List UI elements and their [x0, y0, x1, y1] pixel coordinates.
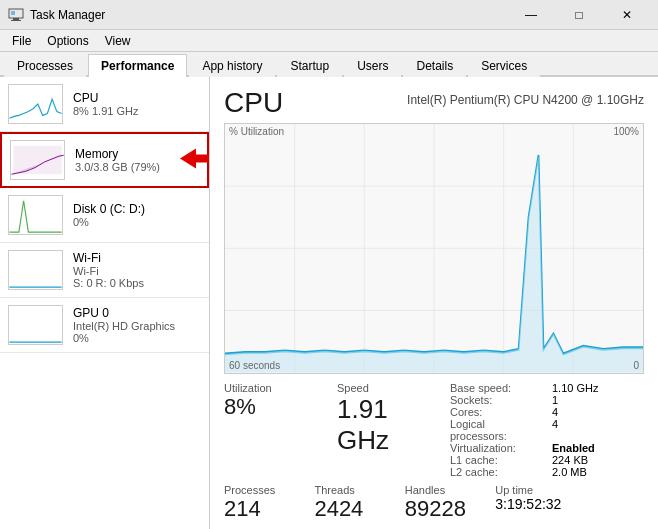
stat-processes: Processes 214 — [224, 484, 298, 522]
gpu-subtitle3: 0% — [73, 332, 201, 344]
cpu-mini-chart — [9, 85, 62, 123]
stats-row-2: Processes 214 Threads 2424 Handles 89228… — [224, 484, 644, 522]
title-bar-controls: — □ ✕ — [508, 0, 650, 30]
threads-label: Threads — [314, 484, 388, 496]
chart-x-label: 60 seconds — [229, 360, 280, 371]
detail-l1-val: 224 KB — [552, 454, 644, 466]
tab-processes[interactable]: Processes — [4, 54, 86, 77]
detail-l1-key: L1 cache: — [450, 454, 542, 466]
svg-marker-8 — [180, 149, 196, 169]
menu-bar: File Options View — [0, 30, 658, 52]
stat-handles: Handles 89228 — [405, 484, 479, 522]
detail-l2-val: 2.0 MB — [552, 466, 644, 478]
right-panel: CPU Intel(R) Pentium(R) CPU N4200 @ 1.10… — [210, 77, 658, 529]
detail-sockets-key: Sockets: — [450, 394, 542, 406]
detail-cores-key: Cores: — [450, 406, 542, 418]
svg-rect-3 — [11, 11, 15, 15]
wifi-subtitle2: S: 0 R: 0 Kbps — [73, 277, 201, 289]
minimize-button[interactable]: — — [508, 0, 554, 30]
detail-virt-val: Enabled — [552, 442, 644, 454]
tab-bar: Processes Performance App history Startu… — [0, 52, 658, 77]
disk-subtitle: 0% — [73, 216, 201, 228]
stat-speed: Speed 1.91 GHz — [337, 382, 434, 478]
detail-l2-key: L2 cache: — [450, 466, 542, 478]
disk-info: Disk 0 (C: D:) 0% — [73, 202, 201, 228]
detail-logical-key: Logical processors: — [450, 418, 542, 442]
menu-options[interactable]: Options — [39, 32, 96, 50]
disk-title: Disk 0 (C: D:) — [73, 202, 201, 216]
disk-thumbnail — [8, 195, 63, 235]
uptime-area: Up time 3:19:52:32 — [495, 484, 644, 522]
svg-rect-6 — [13, 146, 61, 175]
utilization-label: Utilization — [224, 382, 321, 394]
sidebar: CPU 8% 1.91 GHz Memory 3.0/3.8 GB (79%) — [0, 77, 210, 529]
gpu-subtitle: Intel(R) HD Graphics — [73, 320, 201, 332]
title-bar: Task Manager — □ ✕ — [0, 0, 658, 30]
sidebar-item-gpu[interactable]: GPU 0 Intel(R) HD Graphics 0% — [0, 298, 209, 353]
svg-rect-2 — [11, 20, 21, 21]
wifi-subtitle: Wi-Fi — [73, 265, 201, 277]
cpu-chart-container: % Utilization 100% 60 seconds 0 — [224, 123, 644, 374]
gpu-title: GPU 0 — [73, 306, 201, 320]
svg-rect-11 — [9, 306, 61, 344]
svg-rect-9 — [9, 196, 61, 234]
memory-thumbnail — [10, 140, 65, 180]
tab-startup[interactable]: Startup — [277, 54, 342, 77]
panel-header: CPU Intel(R) Pentium(R) CPU N4200 @ 1.10… — [224, 87, 644, 119]
uptime-value: 3:19:52:32 — [495, 496, 644, 512]
speed-value: 1.91 GHz — [337, 394, 434, 456]
gpu-thumbnail — [8, 305, 63, 345]
handles-label: Handles — [405, 484, 479, 496]
stats-row-1: Utilization 8% Speed 1.91 GHz Base speed… — [224, 382, 644, 478]
detail-basespeed-val: 1.10 GHz — [552, 382, 644, 394]
title-bar-left: Task Manager — [8, 7, 105, 23]
detail-logical-val: 4 — [552, 418, 644, 442]
menu-view[interactable]: View — [97, 32, 139, 50]
utilization-value: 8% — [224, 394, 321, 420]
arrow-annotation — [180, 145, 210, 176]
stat-utilization: Utilization 8% — [224, 382, 321, 478]
details-right-panel: Base speed: 1.10 GHz Sockets: 1 Cores: 4… — [450, 382, 644, 478]
gpu-info: GPU 0 Intel(R) HD Graphics 0% — [73, 306, 201, 344]
cpu-thumbnail — [8, 84, 63, 124]
arrow-icon — [180, 145, 210, 173]
wifi-mini-chart — [9, 251, 62, 289]
svg-rect-10 — [9, 251, 61, 289]
maximize-button[interactable]: □ — [556, 0, 602, 30]
disk-mini-chart — [9, 196, 62, 234]
tab-services[interactable]: Services — [468, 54, 540, 77]
tab-details[interactable]: Details — [403, 54, 466, 77]
wifi-thumbnail — [8, 250, 63, 290]
tab-performance[interactable]: Performance — [88, 54, 187, 77]
detail-virt-key: Virtualization: — [450, 442, 542, 454]
sidebar-item-disk[interactable]: Disk 0 (C: D:) 0% — [0, 188, 209, 243]
main-content: CPU 8% 1.91 GHz Memory 3.0/3.8 GB (79%) — [0, 77, 658, 529]
sidebar-item-cpu[interactable]: CPU 8% 1.91 GHz — [0, 77, 209, 132]
cpu-chart-svg — [225, 124, 643, 373]
detail-sockets-val: 1 — [552, 394, 644, 406]
processes-value: 214 — [224, 496, 298, 522]
sidebar-item-wifi[interactable]: Wi-Fi Wi-Fi S: 0 R: 0 Kbps — [0, 243, 209, 298]
menu-file[interactable]: File — [4, 32, 39, 50]
tab-users[interactable]: Users — [344, 54, 401, 77]
chart-x-right: 0 — [633, 360, 639, 371]
memory-mini-chart — [11, 141, 64, 179]
app-title: Task Manager — [30, 8, 105, 22]
app-icon — [8, 7, 24, 23]
close-button[interactable]: ✕ — [604, 0, 650, 30]
chart-y-label: % Utilization — [229, 126, 284, 137]
details-grid: Base speed: 1.10 GHz Sockets: 1 Cores: 4… — [450, 382, 644, 478]
stat-threads: Threads 2424 — [314, 484, 388, 522]
wifi-title: Wi-Fi — [73, 251, 201, 265]
detail-cores-val: 4 — [552, 406, 644, 418]
tab-app-history[interactable]: App history — [189, 54, 275, 77]
speed-label: Speed — [337, 382, 434, 394]
svg-rect-1 — [13, 18, 19, 20]
threads-value: 2424 — [314, 496, 388, 522]
handles-value: 89228 — [405, 496, 479, 522]
cpu-subtitle: 8% 1.91 GHz — [73, 105, 201, 117]
panel-subtitle: Intel(R) Pentium(R) CPU N4200 @ 1.10GHz — [407, 93, 644, 107]
sidebar-item-memory[interactable]: Memory 3.0/3.8 GB (79%) — [0, 132, 209, 188]
detail-basespeed-key: Base speed: — [450, 382, 542, 394]
chart-y-max: 100% — [613, 126, 639, 137]
